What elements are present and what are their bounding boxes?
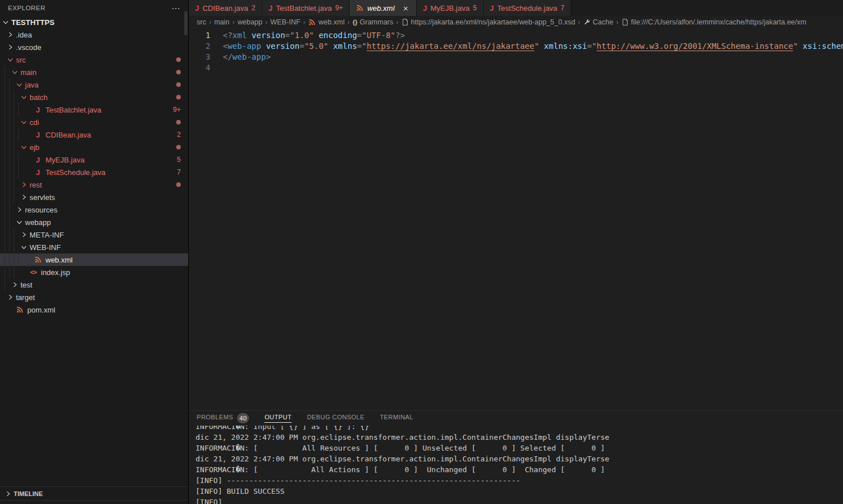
chevron-down-icon[interactable] xyxy=(15,80,24,89)
breadcrumb-separator-icon: › xyxy=(209,18,211,26)
code-line: 1<?xml version="1.0" encoding="UTF-8"?> xyxy=(189,30,843,41)
tree-item-ejb[interactable]: ejb xyxy=(0,141,188,153)
tree-item-label: pom.xml xyxy=(27,306,55,314)
breadcrumb-label: main xyxy=(214,18,230,26)
vscode-window: EXPLORER ⋯ TESTHTTPS.idea.vscodesrcmainj… xyxy=(0,0,843,504)
tab-problem-badge: 7 xyxy=(560,4,564,12)
tree-item-label: .vscode xyxy=(16,43,41,52)
tree-item-label: MyEJB.java xyxy=(45,156,85,164)
tree-item-web-inf[interactable]: WEB-INF xyxy=(0,241,188,253)
tree-item-src[interactable]: src xyxy=(0,53,188,66)
more-actions-icon[interactable]: ⋯ xyxy=(172,4,180,13)
chevron-right-icon[interactable] xyxy=(6,30,15,39)
chevron-spacer xyxy=(24,155,33,164)
chevron-down-icon[interactable] xyxy=(15,218,24,227)
chevron-right-icon[interactable] xyxy=(19,180,28,189)
tab-problem-badge: 2 xyxy=(251,4,255,12)
breadcrumb-item-src[interactable]: src xyxy=(197,18,206,26)
modified-dot-icon xyxy=(176,145,181,149)
chevron-right-icon[interactable] xyxy=(6,43,15,52)
tree-item-pom-xml[interactable]: pom.xml xyxy=(0,303,188,316)
chevron-right-icon[interactable] xyxy=(15,205,24,214)
panel-tab-debug-console[interactable]: DEBUG CONSOLE xyxy=(307,414,364,423)
output-line: [INFO] BUILD SUCCESS xyxy=(196,486,843,497)
tree-item-idea[interactable]: .idea xyxy=(0,28,188,41)
tree-item-java[interactable]: java xyxy=(0,78,188,91)
tree-item-label: webapp xyxy=(25,218,51,227)
tab-cdibean-java[interactable]: JCDIBean.java2 xyxy=(189,0,262,16)
tree-item-testbatchlet-java[interactable]: JTestBatchlet.java9+ xyxy=(0,103,188,116)
breadcrumb-item-main[interactable]: main xyxy=(214,18,230,26)
tree-item-vscode[interactable]: .vscode xyxy=(0,41,188,53)
line-number: 1 xyxy=(189,30,210,41)
tree-item-testhttps[interactable]: TESTHTTPS xyxy=(0,16,188,28)
tree-item-label: CDIBean.java xyxy=(45,131,91,139)
tree-item-resources[interactable]: resources xyxy=(0,203,188,216)
tree-item-cdi[interactable]: cdi xyxy=(0,116,188,128)
breadcrumb-item-file-c-users-alfon-lemminx-cache-https-j[interactable]: file:///C:/Users/alfon/.lemminx/cache/ht… xyxy=(621,18,806,26)
chevron-right-icon[interactable] xyxy=(19,230,28,239)
tab-myejb-java[interactable]: JMyEJB.java5 xyxy=(417,0,484,16)
braces-icon: {} xyxy=(352,19,358,26)
panel-tab-terminal[interactable]: TERMINAL xyxy=(380,414,413,423)
line-number: 3 xyxy=(189,52,210,63)
close-icon[interactable]: × xyxy=(401,4,410,13)
tree-item-rest[interactable]: rest xyxy=(0,178,188,191)
tree-item-webapp[interactable]: webapp xyxy=(0,216,188,228)
tree-item-testschedule-java[interactable]: JTestSchedule.java7 xyxy=(0,166,188,178)
tree-item-servlets[interactable]: servlets xyxy=(0,191,188,203)
problem-count-badge: 5 xyxy=(177,156,181,164)
tree-item-web-xml[interactable]: web.xml xyxy=(0,253,188,266)
java-icon: J xyxy=(268,4,272,13)
tree-item-test[interactable]: test xyxy=(0,278,188,291)
tree-item-label: ejb xyxy=(30,143,39,152)
tree-item-batch[interactable]: batch xyxy=(0,91,188,103)
sidebar-scrollbar[interactable] xyxy=(184,11,188,35)
chevron-spacer xyxy=(24,168,33,177)
jsp-icon: <> xyxy=(30,269,36,276)
problems-count-badge: 40 xyxy=(237,413,249,423)
tree-item-myejb-java[interactable]: JMyEJB.java5 xyxy=(0,153,188,166)
timeline-section[interactable]: TIMELINE xyxy=(0,486,188,501)
modified-dot-icon xyxy=(176,70,181,74)
chevron-right-icon[interactable] xyxy=(10,280,19,289)
breadcrumb-item-https-jakarta-ee-xml-ns-jakartaee-web-ap[interactable]: https://jakarta.ee/xml/ns/jakartaee/web-… xyxy=(401,18,575,26)
tree-item-main[interactable]: main xyxy=(0,66,188,78)
breadcrumb: src›main›webapp›WEB-INF›web.xml›{}Gramma… xyxy=(189,16,843,28)
breadcrumb-item-web-inf[interactable]: WEB-INF xyxy=(271,18,301,26)
tab-testschedule-java[interactable]: JTestSchedule.java7 xyxy=(484,0,571,16)
chevron-down-icon[interactable] xyxy=(1,18,10,27)
tree-item-label: TestSchedule.java xyxy=(45,168,106,177)
breadcrumb-item-web-xml[interactable]: web.xml xyxy=(308,18,344,26)
breadcrumb-separator-icon: › xyxy=(303,18,305,26)
panel-tab-output[interactable]: OUTPUT xyxy=(264,414,292,423)
modified-dot-icon xyxy=(176,95,181,99)
chevron-down-icon[interactable] xyxy=(19,93,28,102)
chevron-down-icon[interactable] xyxy=(19,243,28,252)
chevron-down-icon[interactable] xyxy=(19,143,28,152)
chevron-down-icon[interactable] xyxy=(6,55,15,64)
tree-item-meta-inf[interactable]: META-INF xyxy=(0,228,188,241)
tree-item-index-jsp[interactable]: <>index.jsp xyxy=(0,266,188,278)
panel-tab-problems[interactable]: PROBLEMS40 xyxy=(197,413,249,423)
code-line: 2<web-app version="5.0" xmlns="https://j… xyxy=(189,41,843,52)
breadcrumb-item-webapp[interactable]: webapp xyxy=(238,18,263,26)
chevron-right-icon[interactable] xyxy=(19,193,28,202)
code-line: 3</web-app> xyxy=(189,52,843,63)
editor-code[interactable]: 1<?xml version="1.0" encoding="UTF-8"?>2… xyxy=(189,28,843,410)
chevron-down-icon[interactable] xyxy=(10,68,19,77)
explorer-sidebar: EXPLORER ⋯ TESTHTTPS.idea.vscodesrcmainj… xyxy=(0,0,189,504)
breadcrumb-item-cache[interactable]: Cache xyxy=(583,18,613,26)
chevron-right-icon[interactable] xyxy=(6,293,15,302)
breadcrumb-item-grammars[interactable]: {}Grammars xyxy=(352,18,393,26)
tree-item-label: cdi xyxy=(30,118,39,127)
tree-item-target[interactable]: target xyxy=(0,291,188,303)
tree-item-cdibean-java[interactable]: JCDIBean.java2 xyxy=(0,128,188,141)
java-icon: J xyxy=(490,4,494,13)
output-scroll-region[interactable]: INFORMACI�N: Input [ {} ] as [ {} ]: {}d… xyxy=(189,426,843,504)
tab-web-xml[interactable]: web.xml× xyxy=(350,0,417,16)
tab-testbatchlet-java[interactable]: JTestBatchlet.java9+ xyxy=(262,0,350,16)
wrench-icon xyxy=(583,19,591,26)
chevron-down-icon[interactable] xyxy=(19,118,28,127)
breadcrumb-label: Grammars xyxy=(360,18,393,26)
